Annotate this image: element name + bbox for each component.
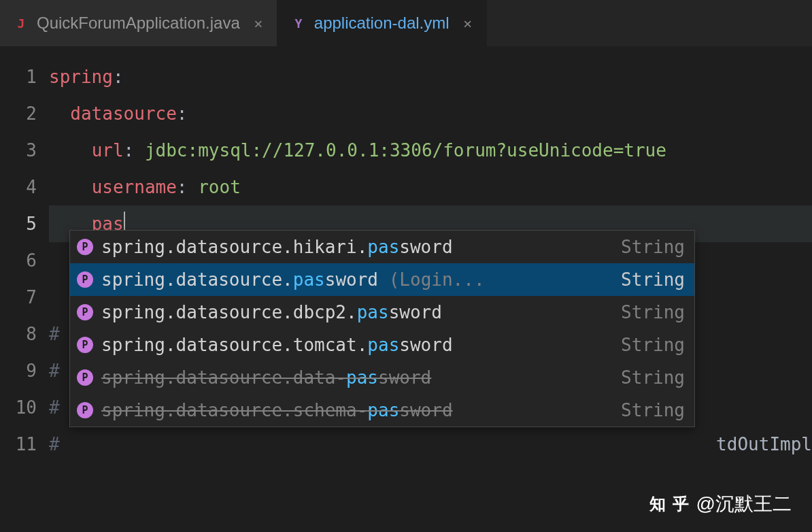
autocomplete-item[interactable]: P spring.datasource.hikari.password Stri… (70, 231, 694, 263)
autocomplete-popup: P spring.datasource.hikari.password Stri… (69, 230, 695, 427)
autocomplete-type: String (621, 302, 685, 322)
autocomplete-item[interactable]: P spring.datasource.schema-password Stri… (70, 394, 694, 427)
line-number: 4 (0, 169, 37, 205)
code-line-2[interactable]: datasource: (49, 95, 812, 132)
autocomplete-label: spring.datasource.password (Login... (101, 269, 613, 290)
watermark-text: @沉默王二 (696, 491, 792, 517)
autocomplete-item[interactable]: P spring.datasource.data-password String (70, 361, 694, 394)
autocomplete-type: String (621, 367, 685, 388)
tab-quickforum[interactable]: J QuickForumApplication.java × (0, 0, 277, 46)
code-line-11[interactable]: #tdOutImpl (49, 426, 812, 463)
line-gutter: 1 2 3 4 5 6 7 8 9 10 11 (0, 59, 49, 463)
tab-bar: J QuickForumApplication.java × Y applica… (0, 0, 812, 46)
autocomplete-label: spring.datasource.data-password (101, 367, 613, 388)
property-icon: P (77, 337, 93, 353)
autocomplete-type: String (621, 400, 685, 420)
autocomplete-label: spring.datasource.schema-password (101, 400, 613, 420)
autocomplete-type: String (621, 269, 685, 290)
property-icon: P (77, 402, 93, 418)
code-line-4[interactable]: username: root (49, 169, 812, 205)
property-icon: P (77, 271, 93, 288)
editor-area[interactable]: 1 2 3 4 5 6 7 8 9 10 11 spring: datasour… (0, 46, 812, 463)
line-number: 2 (0, 95, 37, 132)
line-number: 11 (0, 426, 37, 463)
line-number: 9 (0, 352, 37, 389)
autocomplete-item[interactable]: P spring.datasource.password (Login... S… (70, 263, 694, 296)
line-number: 8 (0, 316, 37, 352)
line-number: 7 (0, 279, 37, 316)
property-icon: P (77, 369, 93, 386)
close-icon[interactable]: × (251, 16, 266, 31)
line-number: 3 (0, 132, 37, 169)
close-icon[interactable]: × (460, 16, 475, 31)
zhihu-logo: 知乎 (647, 494, 691, 514)
code-line-1[interactable]: spring: (49, 59, 812, 95)
autocomplete-label: spring.datasource.tomcat.password (101, 335, 613, 355)
line-number: 1 (0, 59, 37, 95)
autocomplete-item[interactable]: P spring.datasource.dbcp2.password Strin… (70, 296, 694, 329)
property-icon: P (77, 304, 93, 320)
line-number: 5 (0, 205, 37, 242)
tab-label: application-dal.yml (314, 14, 450, 33)
autocomplete-type: String (621, 335, 685, 355)
line-number: 10 (0, 389, 37, 426)
line-number: 6 (0, 242, 37, 279)
yaml-file-icon: Y (291, 16, 306, 31)
tab-application-dal[interactable]: Y application-dal.yml × (277, 0, 487, 46)
code-content[interactable]: spring: datasource: url: jdbc:mysql://12… (49, 59, 812, 463)
code-line-3[interactable]: url: jdbc:mysql://127.0.0.1:3306/forum?u… (49, 132, 812, 169)
watermark: 知乎 @沉默王二 (647, 491, 792, 517)
tab-label: QuickForumApplication.java (37, 14, 240, 33)
property-icon: P (77, 239, 93, 255)
autocomplete-label: spring.datasource.hikari.password (101, 237, 613, 257)
autocomplete-label: spring.datasource.dbcp2.password (101, 302, 613, 322)
java-file-icon: J (14, 16, 29, 31)
autocomplete-item[interactable]: P spring.datasource.tomcat.password Stri… (70, 329, 694, 361)
autocomplete-type: String (621, 237, 685, 257)
